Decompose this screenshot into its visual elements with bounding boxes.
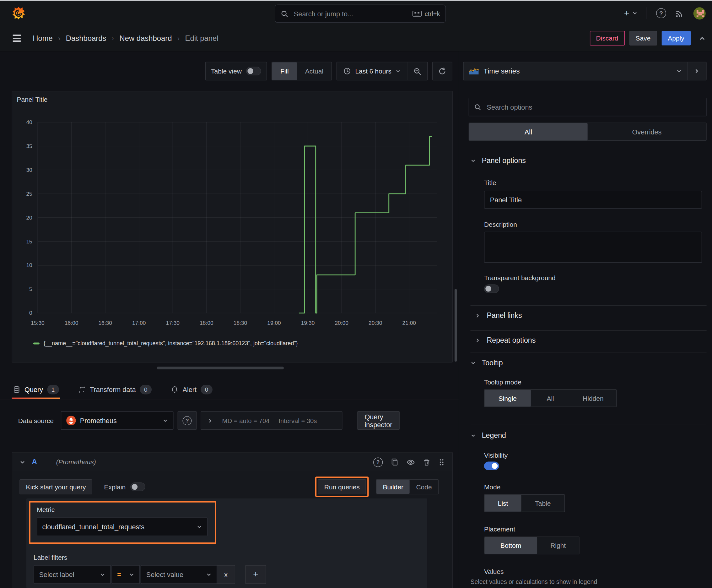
description-textarea[interactable] [484,232,702,262]
query-ref-id: A [32,458,37,466]
metric-label: Metric [37,506,209,513]
tab-query[interactable]: Query 1 [12,380,60,399]
chevron-down-icon [676,68,682,74]
zoom-out-icon[interactable] [407,62,427,80]
breadcrumb-dashboards[interactable]: Dashboards [66,34,106,42]
table-view-label: Table view [211,67,242,75]
save-button[interactable]: Save [629,31,657,45]
chevron-down-icon [129,572,134,577]
builder-option[interactable]: Builder [376,480,410,494]
new-menu-button[interactable]: + [624,8,638,18]
tooltip-single-option[interactable]: Single [484,390,531,407]
grafana-logo-icon[interactable] [12,6,25,20]
metric-select[interactable]: cloudflared_tunnel_total_requests [37,517,208,536]
breadcrumb-bar: Home › Dashboards › New dashboard › Edit… [0,25,712,51]
chevron-up-icon[interactable] [699,35,706,42]
panel-options-header[interactable]: Panel options [470,157,525,165]
resize-handle[interactable] [157,366,284,370]
query-builder-body: Metric cloudflared_tunnel_total_requests… [26,499,427,588]
duplicate-icon[interactable] [390,458,399,466]
code-option[interactable]: Code [410,480,438,494]
panel-options-title: Panel options [482,157,526,165]
options-search[interactable] [469,98,707,116]
time-range-picker[interactable]: Last 6 hours [337,67,407,75]
tooltip-header[interactable]: Tooltip [470,359,503,367]
fill-option[interactable]: Fill [272,62,297,80]
add-filter-button[interactable]: + [245,565,266,584]
tooltip-all-option[interactable]: All [531,390,570,407]
run-queries-button[interactable]: Run queries [318,479,366,495]
time-series-chart[interactable]: 051015202530354015:3016:0016:3017:0017:3… [15,114,447,328]
global-search-input[interactable] [293,9,408,18]
breadcrumb-home[interactable]: Home [33,34,53,42]
breadcrumb-new-dashboard[interactable]: New dashboard [119,34,172,42]
user-avatar[interactable] [693,7,706,19]
explain-toggle[interactable] [130,482,145,491]
select-value-dropdown[interactable]: Select value [141,565,217,584]
table-view-toggle[interactable] [246,67,261,76]
viz-picker-label: Time series [483,67,520,75]
svg-text:30: 30 [26,167,32,173]
mode-table-option[interactable]: Table [521,495,564,512]
breadcrumb: Home › Dashboards › New dashboard › Edit… [33,34,218,42]
data-source-picker[interactable]: Prometheus [61,411,174,430]
tab-transform-label: Transform data [90,385,136,393]
legend-mode-segment: List Table [484,495,565,512]
discard-button[interactable]: Discard [589,31,625,45]
placement-bottom-option[interactable]: Bottom [484,537,537,554]
remove-filter-button[interactable]: x [217,565,235,584]
apply-button[interactable]: Apply [662,31,691,45]
query-count-badge: 1 [47,384,59,394]
legend-placement-segment: Bottom Right [484,537,580,554]
help-icon[interactable]: ? [373,457,383,467]
kick-start-button[interactable]: Kick start your query [19,479,92,495]
drag-handle-icon[interactable] [438,458,445,466]
query-options-bar: MD = auto = 704 Interval = 30s [201,411,343,430]
chevron-down-icon[interactable] [19,459,25,465]
query-inspector-button[interactable]: Query inspector [357,411,399,430]
scrollbar[interactable] [455,289,457,361]
viz-picker[interactable]: Time series [464,62,687,80]
refresh-icon[interactable] [432,62,452,80]
transparent-bg-toggle[interactable] [484,284,499,293]
time-range-label: Last 6 hours [355,67,391,75]
panel-title-input[interactable] [484,191,702,208]
time-range-control: Last 6 hours [337,62,428,80]
select-label-dropdown[interactable]: Select label [34,565,111,584]
svg-text:18:30: 18:30 [234,320,247,326]
eye-icon[interactable] [407,458,415,466]
placement-right-option[interactable]: Right [537,537,579,554]
search-icon [474,103,481,110]
tab-overrides[interactable]: Overrides [588,123,706,141]
mode-list-option[interactable]: List [484,495,521,512]
tab-transform[interactable]: Transform data 0 [77,380,153,399]
svg-text:19:30: 19:30 [301,320,315,326]
viz-expand-button[interactable] [687,62,706,80]
keyboard-icon [412,10,422,17]
operator-dropdown[interactable]: = [112,565,140,584]
help-icon[interactable]: ? [656,8,666,18]
global-search[interactable]: ctrl+k [275,4,446,23]
svg-text:19:00: 19:00 [267,320,281,326]
options-search-input[interactable] [486,103,701,111]
tooltip-hidden-option[interactable]: Hidden [570,390,616,407]
tab-alert[interactable]: Alert 0 [170,380,214,399]
visibility-toggle[interactable] [484,462,499,470]
chart-legend[interactable]: {__name__="cloudflared_tunnel_total_requ… [33,340,298,346]
svg-text:16:00: 16:00 [65,320,78,326]
search-icon [281,10,288,18]
menu-toggle-icon[interactable] [13,35,21,42]
news-rss-icon[interactable] [675,8,684,18]
title-label: Title [484,179,496,186]
tab-all[interactable]: All [469,123,588,141]
repeat-options-header[interactable]: Repeat options [475,336,536,344]
data-source-value: Prometheus [80,417,158,424]
legend-header[interactable]: Legend [470,432,506,440]
data-source-help-button[interactable]: ? [178,411,197,430]
actual-option[interactable]: Actual [297,62,331,80]
panel-links-header[interactable]: Panel links [475,312,522,320]
chevron-right-icon[interactable] [208,418,213,423]
query-row-header[interactable]: A (Prometheus) ? [12,453,452,472]
trash-icon[interactable] [423,458,431,466]
select-label-placeholder: Select label [39,571,74,579]
